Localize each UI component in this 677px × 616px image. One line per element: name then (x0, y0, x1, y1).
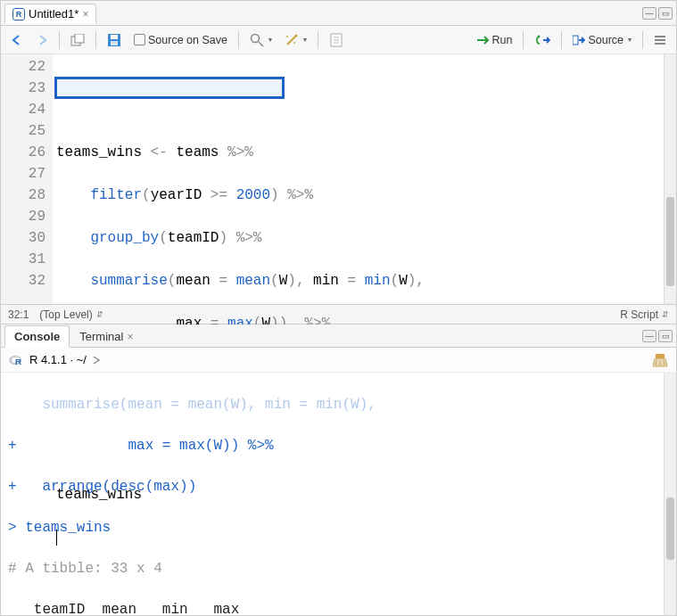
svg-text:R: R (15, 356, 21, 365)
source-tab-label: Untitled1* (29, 7, 78, 21)
source-on-save-toggle[interactable]: Source on Save (129, 31, 232, 49)
console-tabstrip: Console Terminal× — ▭ (1, 324, 676, 348)
console-header-label: R 4.1.1 · ~/ (29, 353, 87, 366)
forward-button[interactable] (31, 31, 53, 49)
tab-terminal[interactable]: Terminal× (70, 325, 143, 348)
close-icon[interactable]: × (82, 8, 88, 21)
svg-point-8 (294, 34, 297, 37)
rerun-icon (534, 34, 550, 46)
console-pane: Console Terminal× — ▭ R R 4.1.1 · ~/ sum… (1, 324, 676, 616)
run-icon (476, 34, 489, 46)
svg-rect-17 (573, 36, 578, 45)
cursor-position: 32:1 (8, 308, 29, 321)
outline-button[interactable] (649, 31, 671, 49)
checkbox-icon (134, 34, 145, 45)
svg-rect-24 (656, 354, 665, 358)
r-file-icon: R (12, 8, 25, 21)
save-icon (107, 33, 121, 47)
source-toolbar: Source on Save ▾ ▾ Run Source ▾ (1, 26, 676, 54)
source-tab-untitled1[interactable]: R Untitled1* × (4, 4, 96, 24)
code-tools-button[interactable]: ▾ (280, 30, 311, 50)
search-icon (250, 33, 264, 47)
scrollbar-thumb[interactable] (666, 197, 674, 286)
outline-icon (654, 34, 666, 46)
close-icon[interactable]: × (127, 331, 133, 343)
source-button[interactable]: Source ▾ (568, 31, 636, 49)
maximize-pane-button[interactable]: ▭ (658, 7, 673, 20)
svg-point-5 (251, 34, 259, 42)
svg-line-6 (259, 42, 263, 46)
source-on-save-label: Source on Save (148, 34, 227, 46)
editor-scrollbar[interactable] (664, 54, 676, 304)
svg-rect-3 (111, 35, 118, 39)
svg-rect-1 (75, 34, 84, 43)
tab-console[interactable]: Console (4, 325, 70, 348)
arrow-right-icon (36, 34, 48, 46)
r-logo-icon: R (8, 352, 24, 368)
clear-console-icon[interactable] (653, 353, 669, 367)
save-button[interactable] (103, 30, 126, 50)
source-label: Source (588, 34, 623, 46)
chevron-right-icon[interactable] (92, 356, 101, 365)
minimize-pane-button[interactable]: — (642, 7, 656, 20)
rerun-button[interactable] (530, 31, 555, 49)
arrow-left-icon (11, 34, 23, 46)
source-pane: R Untitled1* × — ▭ Source on Save (1, 1, 676, 324)
console-line: + arrange(desc(max)) (8, 477, 669, 497)
back-button[interactable] (6, 31, 28, 49)
svg-rect-4 (111, 41, 118, 45)
table-header: teamID mean min max (8, 600, 669, 616)
run-button[interactable]: Run (472, 31, 516, 49)
minimize-pane-button[interactable]: — (642, 330, 656, 342)
scrollbar-thumb[interactable] (666, 497, 674, 560)
compile-report-button[interactable] (325, 30, 348, 50)
source-tabstrip: R Untitled1* × — ▭ (1, 1, 676, 26)
line-gutter: 22 23 24 25 26 27 28 29 30 31 32 (1, 54, 53, 304)
console-line: + max = max(W)) %>% (8, 436, 669, 456)
show-in-new-window-button[interactable] (66, 31, 89, 49)
selection-highlight (54, 77, 285, 99)
run-label: Run (491, 34, 512, 46)
popout-icon (70, 34, 85, 46)
pane-controls: — ▭ (642, 330, 673, 342)
pane-controls: — ▭ (642, 7, 673, 20)
tibble-header: # A tibble: 33 x 4 (8, 559, 669, 579)
notebook-icon (329, 33, 343, 47)
source-icon (573, 34, 585, 46)
code-area[interactable]: teams_wins <- teams %>% filter(yearID >=… (53, 54, 676, 304)
console-line: summarise(mean = mean(W), min = min(W), (8, 395, 669, 415)
console-scrollbar[interactable] (664, 373, 676, 616)
editor[interactable]: 22 23 24 25 26 27 28 29 30 31 32 teams_w… (1, 54, 676, 304)
maximize-pane-button[interactable]: ▭ (658, 330, 673, 342)
find-button[interactable]: ▾ (245, 30, 277, 50)
console-output[interactable]: summarise(mean = mean(W), min = min(W), … (1, 373, 676, 616)
console-line: > teams_wins (8, 518, 669, 538)
console-header: R R 4.1.1 · ~/ (1, 348, 676, 373)
wand-icon (285, 33, 299, 47)
